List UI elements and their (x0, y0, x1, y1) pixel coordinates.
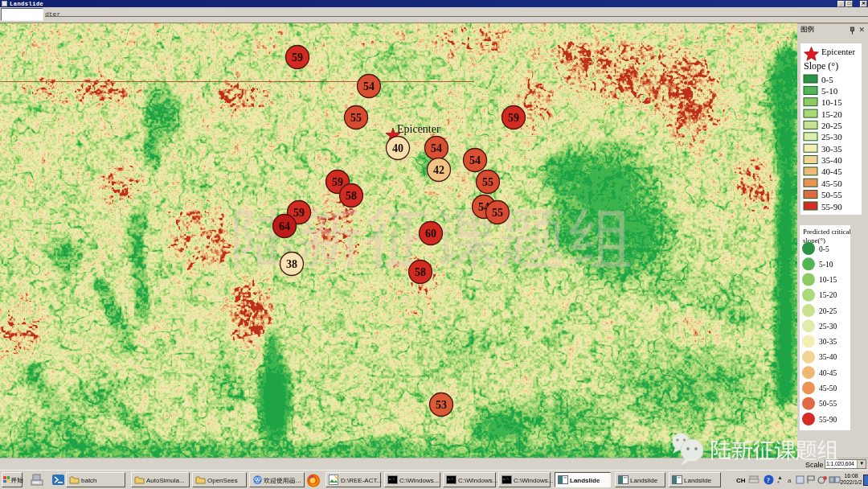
svg-text:54: 54 (431, 142, 442, 154)
svg-text:45-50: 45-50 (821, 179, 842, 188)
svg-text:54: 54 (363, 80, 375, 92)
svg-text:Predicted critical: Predicted critical (803, 228, 850, 236)
svg-text:60: 60 (425, 228, 436, 240)
svg-text:35-40: 35-40 (819, 353, 837, 361)
svg-text:15-20: 15-20 (821, 109, 842, 119)
svg-text:42: 42 (433, 164, 444, 176)
svg-text:58: 58 (415, 266, 426, 278)
svg-text:40-45: 40-45 (821, 166, 842, 176)
svg-text:Slope (°): Slope (°) (804, 60, 838, 72)
svg-text:55: 55 (350, 112, 362, 124)
svg-text:59: 59 (293, 207, 305, 219)
svg-text:45-50: 45-50 (819, 384, 837, 392)
svg-text:C:\: C:\ (503, 478, 510, 481)
svg-text:15-20: 15-20 (819, 291, 837, 299)
svg-text:53: 53 (436, 399, 447, 411)
svg-text:C:\: C:\ (389, 478, 395, 481)
svg-text:5-10: 5-10 (821, 86, 838, 96)
svg-text:30-35: 30-35 (819, 338, 837, 346)
svg-text:55-90: 55-90 (821, 202, 842, 212)
svg-text:0-5: 0-5 (821, 75, 833, 84)
svg-text:59: 59 (292, 51, 303, 64)
svg-text:10-15: 10-15 (821, 97, 842, 107)
svg-text:59: 59 (332, 176, 343, 188)
svg-text:?: ? (767, 477, 770, 484)
svg-text:64: 64 (279, 220, 290, 232)
svg-text:20-25: 20-25 (821, 121, 842, 130)
svg-text:25-30: 25-30 (821, 132, 842, 142)
svg-text:C:\: C:\ (448, 478, 454, 481)
svg-text:35-40: 35-40 (821, 155, 842, 165)
svg-text:58: 58 (346, 190, 357, 202)
svg-text:Epicenter: Epicenter (397, 123, 440, 135)
svg-text:55: 55 (482, 176, 493, 188)
svg-text:25-30: 25-30 (819, 323, 837, 331)
svg-text:55-90: 55-90 (819, 416, 837, 424)
svg-text:50-55: 50-55 (819, 400, 837, 408)
svg-text:55: 55 (492, 207, 503, 219)
svg-text:38: 38 (286, 258, 297, 270)
svg-text:5-10: 5-10 (819, 261, 833, 269)
svg-text:20-25: 20-25 (819, 307, 837, 315)
svg-text:50-55: 50-55 (821, 190, 842, 199)
svg-text:40: 40 (392, 142, 403, 154)
svg-text:Epicenter: Epicenter (821, 47, 855, 56)
svg-text:0-5: 0-5 (819, 245, 829, 253)
svg-text:54: 54 (469, 154, 481, 166)
svg-text:40-45: 40-45 (819, 369, 837, 377)
svg-text:10-15: 10-15 (819, 276, 837, 284)
svg-text:59: 59 (508, 112, 519, 124)
svg-text:30-35: 30-35 (821, 144, 842, 154)
